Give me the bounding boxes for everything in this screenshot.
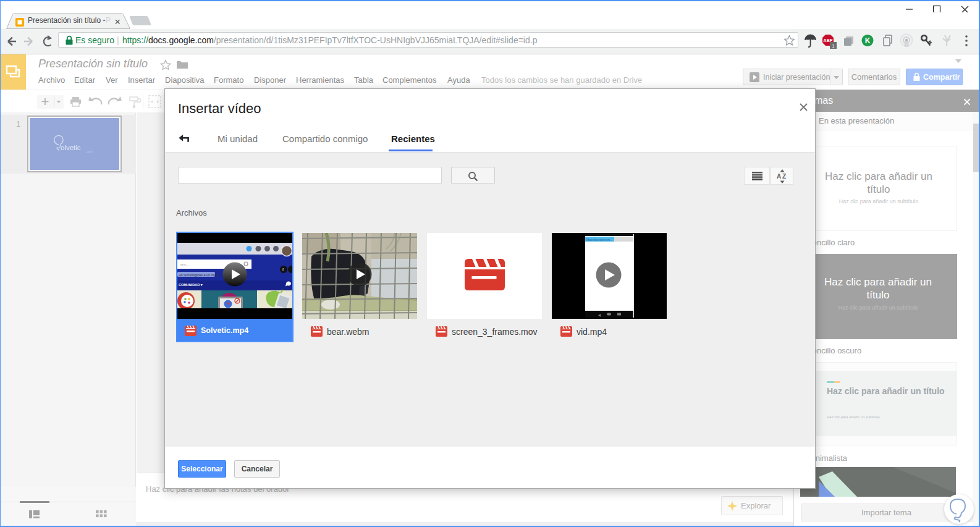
svg-text:1: 1 <box>832 43 835 49</box>
svg-text:f: f <box>282 268 284 272</box>
svg-text:nes...: nes... <box>180 263 189 266</box>
svg-text:Masvideoconvert...: Masvideoconvert... <box>586 238 612 242</box>
svg-text:COMUNIDAD ▾: COMUNIDAD ▾ <box>179 283 203 287</box>
svg-text:K: K <box>865 36 871 45</box>
svg-text:A: A <box>777 173 781 180</box>
svg-text:olvetic: olvetic <box>61 144 81 151</box>
svg-text:es tecnológicas a un click: es tecnológicas a un click <box>179 273 218 277</box>
svg-text:Z: Z <box>782 173 786 180</box>
svg-text:.com: .com <box>85 150 93 153</box>
svg-text:ABP: ABP <box>824 38 833 43</box>
